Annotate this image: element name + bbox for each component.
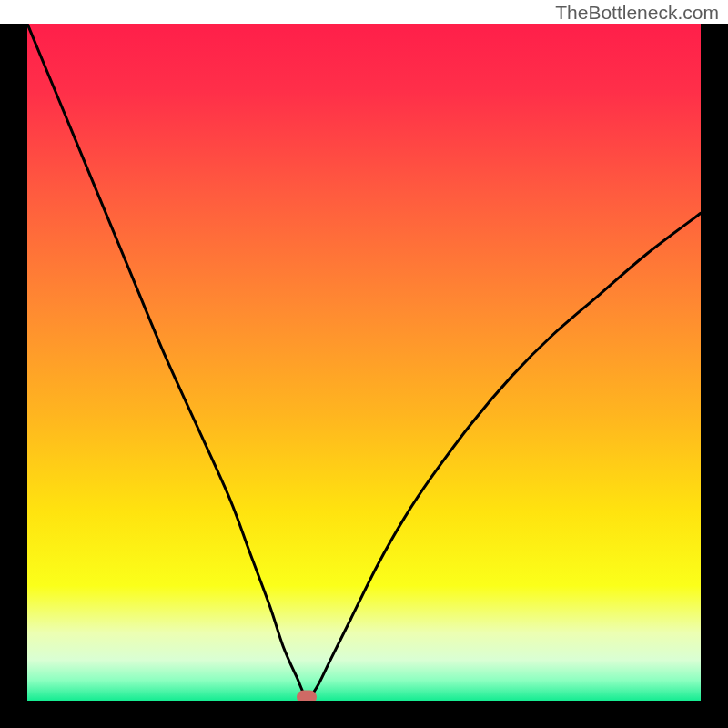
axis-left-band xyxy=(0,24,27,701)
bottleneck-curve xyxy=(27,24,701,701)
plot-area xyxy=(27,24,701,701)
axis-bottom-band xyxy=(0,701,728,728)
watermark-text: TheBottleneck.com xyxy=(555,2,719,24)
axis-right-band xyxy=(701,24,728,701)
bottleneck-chart xyxy=(0,24,728,728)
